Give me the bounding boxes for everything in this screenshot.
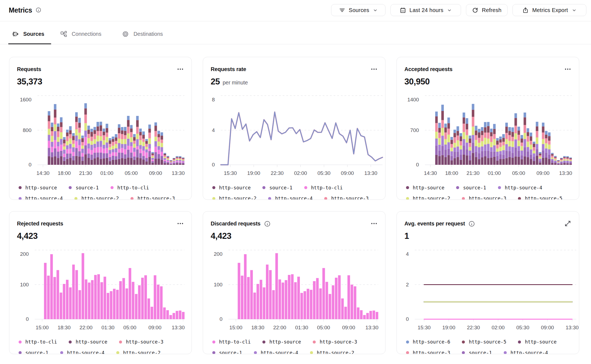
info-icon[interactable]	[36, 7, 41, 13]
bar-segment-http-to-cli	[112, 152, 114, 156]
bar-segment-http-source-5	[154, 126, 157, 131]
metrics-export-button[interactable]: Metrics Export	[512, 4, 586, 16]
bar-segment-http-source	[520, 159, 523, 165]
legend-dot	[254, 351, 257, 354]
bar-segment-http-source-3	[548, 141, 551, 145]
bar-segment-http-source	[145, 162, 148, 165]
legend-item[interactable]: http-source	[406, 185, 445, 190]
bar-segment-http-source-3	[158, 137, 160, 142]
bar-segment-http-source	[91, 160, 93, 165]
bar-segment-http-source-4	[511, 147, 514, 153]
bar-segment-http-source-6	[100, 122, 102, 125]
bar-segment-http-to-cli	[69, 149, 72, 154]
legend-item[interactable]: source-1	[19, 350, 48, 354]
legend-item[interactable]: http-source-3	[119, 339, 163, 345]
bar-segment-http-source-2	[179, 159, 181, 160]
rate-line	[221, 112, 383, 165]
bar-segment-http-source-5	[499, 139, 502, 143]
refresh-icon	[472, 7, 478, 13]
legend-item[interactable]: http-source	[212, 185, 251, 190]
bar-segment-http-source	[151, 163, 154, 165]
time-range-button[interactable]: Last 24 hours	[390, 4, 461, 16]
legend-item[interactable]: source-1	[456, 185, 486, 190]
bar-segment-http-to-cli	[127, 146, 129, 150]
sources-filter-button[interactable]: Sources	[331, 4, 386, 16]
bar-segment-http-source-5	[508, 131, 511, 135]
bar-segment-http-source-3	[475, 135, 477, 140]
bar-segment-http-source	[447, 155, 450, 165]
bar-segment-http-source-5	[457, 131, 459, 136]
bar-segment-http-source-3	[106, 133, 108, 137]
bar-segment-http-source-5	[520, 139, 523, 143]
bar-segment-http-source-3	[139, 135, 142, 140]
refresh-button[interactable]: Refresh	[466, 4, 508, 16]
bar-segment-http-source-6	[182, 157, 184, 158]
legend-item[interactable]: http-source-3	[131, 196, 175, 200]
legend-item[interactable]: http-source	[262, 339, 301, 345]
legend-item[interactable]: http-source-4	[60, 350, 105, 354]
tab-connections[interactable]: Connections	[60, 21, 101, 44]
bar-segment-http-source-3	[115, 141, 117, 144]
legend-item[interactable]: http-source	[69, 339, 107, 345]
bar-segment-http-source-3	[112, 142, 114, 146]
legend-item[interactable]: http-source-5	[518, 196, 562, 200]
bar-segment-http-to-cli	[332, 285, 335, 319]
bar-segment-http-to-cli	[307, 289, 309, 319]
legend-item[interactable]: http-source-4	[19, 196, 63, 200]
legend-item[interactable]: http-source-3	[324, 196, 369, 200]
bar-segment-http-source-5	[490, 132, 493, 136]
legend-dot	[212, 351, 215, 354]
legend-item[interactable]: http-source-2	[406, 196, 450, 200]
legend-item[interactable]: http-source	[518, 339, 557, 345]
bar-segment-http-to-cli	[85, 279, 88, 319]
bar-segment-http-source-4	[97, 142, 99, 147]
y-axis-label: 700	[410, 127, 419, 133]
tab-destinations[interactable]: Destinations	[122, 21, 163, 44]
legend-item[interactable]: http-source-4	[498, 185, 542, 190]
legend-item[interactable]: http-to-cli	[212, 339, 251, 345]
legend-dot	[406, 197, 409, 200]
legend-item[interactable]: http-source-3	[406, 350, 450, 354]
legend-item[interactable]: http-source-2	[74, 196, 119, 200]
legend-item[interactable]: http-to-cli	[111, 185, 149, 190]
bar-segment-source-1	[514, 148, 517, 157]
bar-segment-http-source-2	[487, 139, 489, 144]
x-axis-label: 18:30	[57, 325, 71, 330]
legend-item[interactable]: http-source-5	[462, 339, 506, 345]
x-axis-label: 22:30	[271, 170, 284, 176]
legend-item[interactable]: http-to-cli	[19, 339, 57, 345]
bar-segment-http-source-5	[51, 127, 53, 131]
legend-item[interactable]: http-source-3	[313, 339, 357, 345]
legend-dot	[262, 186, 265, 189]
bar-segment-http-source-3	[87, 134, 90, 138]
legend-item[interactable]: http-to-cli	[304, 185, 343, 190]
legend-item[interactable]: http-source-6	[406, 339, 450, 345]
bar-segment-source-1	[450, 156, 453, 160]
bar-segment-source-1	[127, 150, 129, 158]
bar-segment-http-source-3	[136, 127, 139, 134]
legend-item[interactable]: source-1	[69, 185, 99, 190]
legend-item[interactable]: http-source-4	[504, 350, 548, 354]
legend-item[interactable]: source-1	[262, 185, 292, 190]
bar-segment-http-to-cli	[160, 286, 163, 319]
legend-item[interactable]: http-source-4	[254, 350, 298, 354]
bar-segment-http-source-6	[490, 129, 493, 132]
legend-item[interactable]: http-source-3	[462, 196, 506, 200]
y-axis-label: 0	[406, 316, 409, 322]
legend-item[interactable]: http-source-2	[310, 350, 354, 354]
legend-item[interactable]: source-1	[462, 350, 492, 354]
legend-item[interactable]: http-source-4	[268, 196, 312, 200]
bar-segment-http-source-3	[460, 141, 462, 146]
legend-item[interactable]: http-source-2	[212, 196, 257, 200]
bar-segment-http-source-3	[539, 155, 541, 157]
bar-segment-http-to-cli	[138, 285, 141, 319]
legend-item[interactable]: source-1	[212, 350, 242, 354]
bar-segment-http-source	[484, 156, 486, 165]
bar-segment-http-to-cli	[338, 275, 341, 319]
bar-segment-source-1	[441, 146, 444, 155]
tab-sources[interactable]: Sources	[12, 21, 44, 44]
legend-item[interactable]: http-source-2	[116, 350, 161, 354]
bar-segment-http-source-2	[554, 159, 557, 160]
legend-item[interactable]: http-source	[19, 185, 57, 190]
bar-segment-http-source-6	[505, 123, 508, 127]
